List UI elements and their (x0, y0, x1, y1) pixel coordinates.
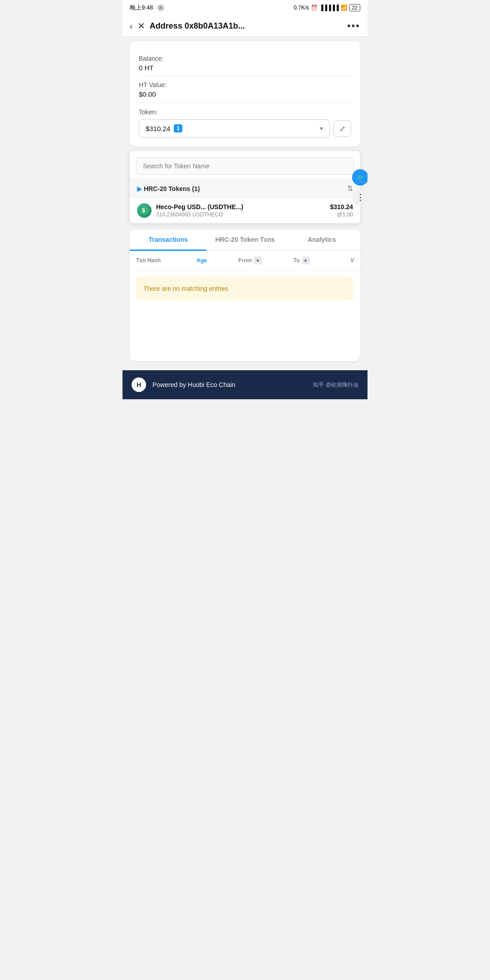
from-filter-icon[interactable]: ▼ (254, 256, 262, 265)
token-group-label: ▶ HRC-20 Tokens (1) (137, 185, 200, 192)
token-usd-price: $310.24 (330, 203, 353, 211)
col-v: V (335, 257, 354, 264)
balance-value: 0 HT (139, 64, 351, 72)
alarm-icon: ⏰ (311, 5, 318, 11)
token-dropdown[interactable]: $310.24 1 ▾ (139, 119, 330, 137)
close-button[interactable]: ✕ (137, 20, 145, 31)
table-header: Txn Hash Age From ▼ To ▼ V (130, 251, 360, 270)
status-k-icon: Ⓚ (157, 4, 165, 12)
status-right: 0.7K/s ⏰ ▐▐▐▐▐ 📶 22 (294, 4, 360, 11)
col-txn-hash: Txn Hash (136, 257, 195, 264)
search-input[interactable] (136, 157, 354, 175)
token-dollar-value: $310.24 (146, 125, 170, 132)
side-icons: 🐦 ⋮ (352, 169, 368, 206)
twitter-icon-button[interactable]: 🐦 (352, 169, 368, 186)
wifi-icon: 📶 (341, 5, 348, 11)
balance-row: Balance: 0 HT (139, 50, 351, 77)
status-time: 晚上9:48 (130, 4, 153, 12)
ht-value-row: HT Value: $0.00 (139, 77, 351, 103)
token-item-info: Heco-Peg USD... (USDTHE...) 310.23604665… (156, 203, 330, 218)
to-filter-icon[interactable]: ▼ (302, 256, 310, 265)
powered-by-text: Powered by Huobi Eco Chain (152, 381, 307, 388)
tab-hrc20-txns[interactable]: HRC-20 Token Txns (206, 230, 283, 250)
page-title: Address 0x8b0A13A1b... (150, 21, 343, 31)
signal-icon: ▐▐▐▐▐ (319, 5, 339, 11)
col-to: To ▼ (294, 256, 333, 265)
token-section: Token: $310.24 1 ▾ ⤢ (139, 103, 351, 137)
huobi-logo: H (132, 377, 146, 392)
ht-value: $0.00 (139, 90, 351, 98)
transactions-card: Transactions HRC-20 Token Txns Analytics… (130, 230, 360, 361)
col-from: From ▼ (238, 256, 291, 265)
arrow-icon: ▶ (137, 185, 144, 192)
token-value-display: $310.24 1 (146, 124, 182, 132)
col-age[interactable]: Age (196, 257, 236, 264)
tab-analytics[interactable]: Analytics (284, 230, 360, 250)
token-item-name: Heco-Peg USD... (USDTHE...) (156, 203, 330, 211)
search-wrap (130, 151, 360, 179)
chevron-down-icon: ▾ (320, 125, 323, 132)
token-list-item[interactable]: $ Heco-Peg USD... (USDTHE...) 310.236046… (130, 197, 360, 223)
battery-icon: 22 (349, 4, 360, 11)
network-speed: 0.7K/s (294, 5, 309, 11)
token-dropdown-row: $310.24 1 ▾ ⤢ (139, 119, 351, 137)
page-header: ‹ ✕ Address 0x8b0A13A1b... ••• (122, 15, 368, 37)
no-entries-message: There are no matching entries (136, 277, 354, 300)
ht-value-label: HT Value: (139, 81, 351, 88)
expand-button[interactable]: ⤢ (333, 120, 351, 137)
token-logo-icon: $ (137, 203, 152, 218)
main-card: Balance: 0 HT HT Value: $0.00 Token: $31… (130, 41, 360, 147)
token-item-amount: 310.23604665 USDTHECO (156, 211, 330, 218)
more-options-button[interactable]: ⋮ (352, 189, 368, 206)
more-button[interactable]: ••• (347, 20, 360, 32)
token-label: Token: (139, 108, 351, 116)
dropdown-container: ▶ HRC-20 Tokens (1) ⇅ $ Heco-Peg USD... … (122, 151, 368, 223)
tab-transactions[interactable]: Transactions (130, 230, 206, 251)
search-dropdown: ▶ HRC-20 Tokens (1) ⇅ $ Heco-Peg USD... … (130, 151, 360, 223)
token-per-price: @1.00 (330, 211, 353, 218)
status-bar: 晚上9:48 Ⓚ 0.7K/s ⏰ ▐▐▐▐▐ 📶 22 (122, 0, 368, 15)
token-badge: 1 (174, 124, 182, 132)
back-button[interactable]: ‹ (130, 21, 133, 31)
token-group-header[interactable]: ▶ HRC-20 Tokens (1) ⇅ (130, 179, 360, 197)
footer: H Powered by Huobi Eco Chain 知乎 @砍挨嗨扑油 (122, 370, 368, 399)
spacer (130, 307, 360, 361)
status-left: 晚上9:48 Ⓚ (130, 4, 165, 12)
balance-label: Balance: (139, 55, 351, 62)
footer-note: 知乎 @砍挨嗨扑油 (313, 381, 358, 389)
tab-bar: Transactions HRC-20 Token Txns Analytics (130, 230, 360, 251)
svg-text:$: $ (142, 207, 145, 214)
token-price-col: $310.24 @1.00 (330, 203, 353, 218)
